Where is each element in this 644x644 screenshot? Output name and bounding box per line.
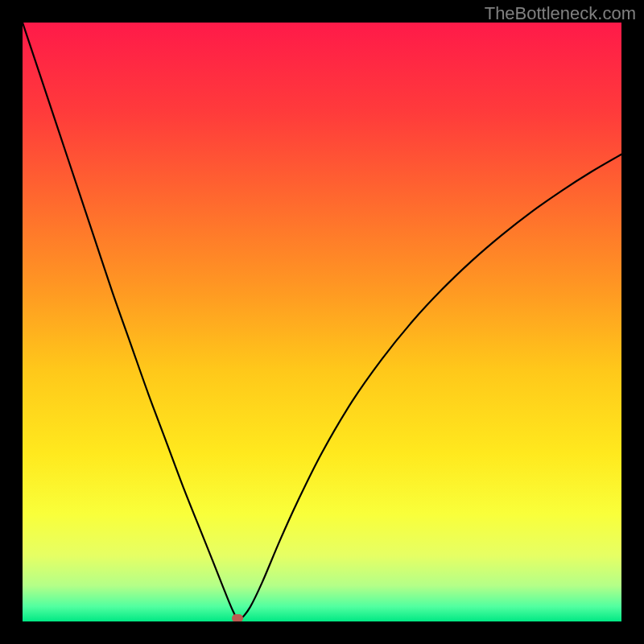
watermark-text: TheBottleneck.com	[485, 3, 636, 24]
plot-area	[23, 23, 621, 621]
chart-frame: TheBottleneck.com	[0, 0, 644, 644]
bottleneck-curve	[23, 23, 621, 621]
minimum-marker	[232, 614, 243, 621]
